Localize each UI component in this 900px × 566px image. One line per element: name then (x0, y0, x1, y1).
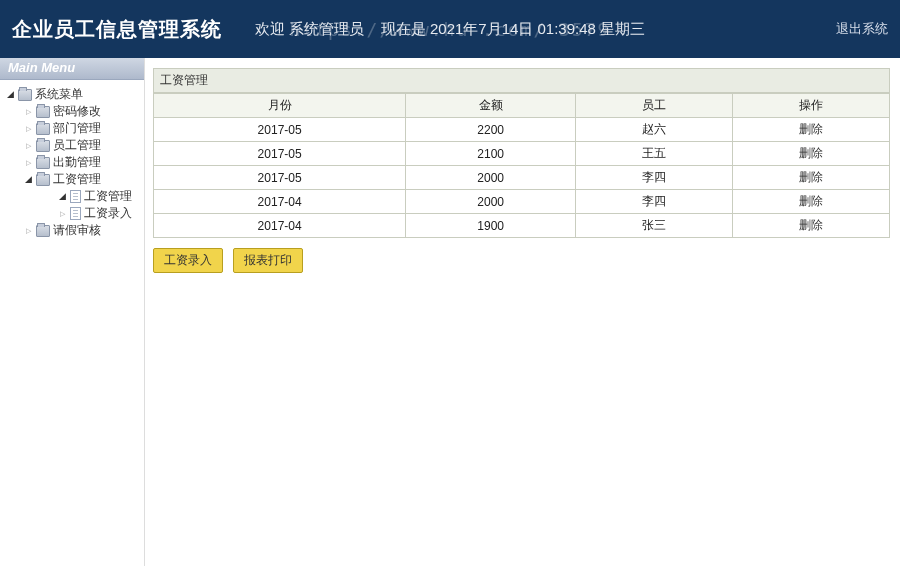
chevron-down-icon: ◢ (6, 90, 15, 99)
table-header-row: 月份 金额 员工 操作 (154, 94, 890, 118)
menu-attendance[interactable]: ▷出勤管理 (24, 154, 140, 171)
menu-leave[interactable]: ▷请假审核 (24, 222, 140, 239)
panel-title: 工资管理 (153, 68, 890, 93)
table-row: 2017-052200赵六删除 (154, 118, 890, 142)
file-icon (70, 207, 81, 220)
table-row: 2017-042000李四删除 (154, 190, 890, 214)
cell-month: 2017-04 (154, 214, 406, 238)
menu-department[interactable]: ▷部门管理 (24, 120, 140, 137)
sidebar-title: Main Menu (0, 58, 144, 80)
folder-icon (36, 225, 50, 237)
menu-label: 出勤管理 (53, 154, 101, 171)
triangle-icon: ▷ (24, 158, 33, 167)
salary-entry-button[interactable]: 工资录入 (153, 248, 223, 273)
file-icon (70, 190, 81, 203)
delete-link[interactable]: 删除 (733, 214, 890, 238)
menu-employee[interactable]: ▷员工管理 (24, 137, 140, 154)
folder-icon (36, 123, 50, 135)
triangle-icon: ▷ (24, 141, 33, 150)
tree-root[interactable]: ◢ 系统菜单 (6, 86, 140, 103)
menu-label: 工资录入 (84, 205, 132, 222)
cell-month: 2017-05 (154, 166, 406, 190)
salary-table: 月份 金额 员工 操作 2017-052200赵六删除2017-052100王五… (153, 93, 890, 238)
cell-amount: 2200 (406, 118, 576, 142)
col-action: 操作 (733, 94, 890, 118)
cell-employee: 赵六 (576, 118, 733, 142)
table-row: 2017-052000李四删除 (154, 166, 890, 190)
role-text: 系统管理员 (289, 20, 364, 37)
delete-link[interactable]: 删除 (733, 190, 890, 214)
app-title: 企业员工信息管理系统 (12, 16, 222, 43)
triangle-icon: ▷ (24, 226, 33, 235)
col-amount: 金额 (406, 94, 576, 118)
delete-link[interactable]: 删除 (733, 118, 890, 142)
delete-link[interactable]: 删除 (733, 142, 890, 166)
menu-password[interactable]: ▷密码修改 (24, 103, 140, 120)
chevron-down-icon: ◢ (58, 192, 67, 201)
menu-salary-entry[interactable]: ▷工资录入 (58, 205, 140, 222)
datetime-text: 2021年7月14日 01:39:48 星期三 (430, 20, 645, 37)
menu-label: 请假审核 (53, 222, 101, 239)
sidebar: Main Menu ◢ 系统菜单 ▷密码修改 ▷部门管理 ▷员工管理 ▷出勤管理 (0, 58, 145, 566)
triangle-icon: ▷ (24, 124, 33, 133)
chevron-down-icon: ◢ (24, 175, 33, 184)
menu-label: 密码修改 (53, 103, 101, 120)
folder-icon (36, 157, 50, 169)
now-prefix: 现在是 (381, 20, 426, 37)
cell-amount: 2000 (406, 190, 576, 214)
cell-employee: 王五 (576, 142, 733, 166)
table-row: 2017-052100王五删除 (154, 142, 890, 166)
cell-employee: 李四 (576, 166, 733, 190)
cell-amount: 1900 (406, 214, 576, 238)
menu-tree: ◢ 系统菜单 ▷密码修改 ▷部门管理 ▷员工管理 ▷出勤管理 ◢工资管理 ◢工资… (0, 80, 144, 245)
menu-label: 部门管理 (53, 120, 101, 137)
folder-icon (36, 106, 50, 118)
main-content: 工资管理 月份 金额 员工 操作 2017-052200赵六删除2017-052… (145, 58, 900, 566)
header-status: 欢迎 系统管理员 现在是 2021年7月14日 01:39:48 星期三 (255, 20, 645, 39)
button-row: 工资录入 报表打印 (153, 248, 890, 273)
tree-root-label: 系统菜单 (35, 86, 83, 103)
cell-amount: 2000 (406, 166, 576, 190)
cell-month: 2017-05 (154, 118, 406, 142)
welcome-prefix: 欢迎 (255, 20, 285, 37)
report-print-button[interactable]: 报表打印 (233, 248, 303, 273)
cell-employee: 张三 (576, 214, 733, 238)
triangle-icon: ▷ (58, 209, 67, 218)
menu-label: 工资管理 (84, 188, 132, 205)
triangle-icon: ▷ (24, 107, 33, 116)
table-row: 2017-041900张三删除 (154, 214, 890, 238)
cell-employee: 李四 (576, 190, 733, 214)
menu-label: 员工管理 (53, 137, 101, 154)
header-bar: 企业员工信息管理系统 https://www.hu .com/ 3579 欢迎 … (0, 0, 900, 58)
menu-salary[interactable]: ◢工资管理 (24, 171, 140, 188)
col-employee: 员工 (576, 94, 733, 118)
folder-icon (36, 174, 50, 186)
cell-month: 2017-04 (154, 190, 406, 214)
col-month: 月份 (154, 94, 406, 118)
cell-amount: 2100 (406, 142, 576, 166)
delete-link[interactable]: 删除 (733, 166, 890, 190)
cell-month: 2017-05 (154, 142, 406, 166)
folder-icon (18, 89, 32, 101)
folder-icon (36, 140, 50, 152)
menu-label: 工资管理 (53, 171, 101, 188)
menu-salary-manage[interactable]: ◢工资管理 (58, 188, 140, 205)
logout-link[interactable]: 退出系统 (836, 20, 888, 38)
